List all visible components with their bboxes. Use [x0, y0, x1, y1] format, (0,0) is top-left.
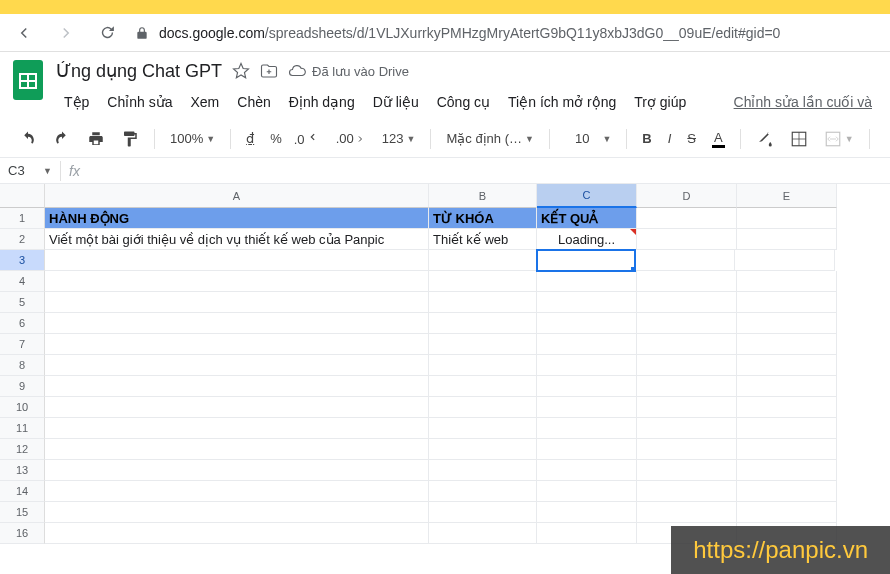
percent-button[interactable]: %: [265, 127, 287, 150]
cell[interactable]: [429, 292, 537, 313]
cell[interactable]: [737, 271, 837, 292]
cell[interactable]: [429, 250, 537, 271]
menu-file[interactable]: Tệp: [56, 90, 97, 114]
menu-help[interactable]: Trợ giúp: [626, 90, 694, 114]
cell[interactable]: TỪ KHÓA: [429, 208, 537, 229]
row-header[interactable]: 1: [0, 208, 45, 229]
cell[interactable]: [735, 250, 835, 271]
cell[interactable]: [737, 355, 837, 376]
cell[interactable]: [537, 481, 637, 502]
cell[interactable]: [537, 292, 637, 313]
menu-data[interactable]: Dữ liệu: [365, 90, 427, 114]
redo-button[interactable]: [48, 126, 76, 152]
currency-button[interactable]: ₫: [241, 127, 259, 150]
cell[interactable]: [45, 376, 429, 397]
bold-button[interactable]: B: [637, 127, 656, 150]
cell[interactable]: [635, 250, 735, 271]
row-header[interactable]: 2: [0, 229, 45, 250]
cell[interactable]: [637, 334, 737, 355]
spreadsheet-grid[interactable]: 1 2 3 4 5 6 7 8 9 10 11 12 13 14 15 16 A…: [0, 184, 890, 544]
row-header[interactable]: 5: [0, 292, 45, 313]
cell[interactable]: [637, 313, 737, 334]
cell[interactable]: [45, 313, 429, 334]
row-header[interactable]: 6: [0, 313, 45, 334]
increase-decimal-button[interactable]: .00: [331, 127, 371, 150]
zoom-select[interactable]: 100%▼: [165, 127, 220, 150]
cell[interactable]: [537, 313, 637, 334]
fill-handle[interactable]: [631, 267, 636, 272]
cell[interactable]: [637, 418, 737, 439]
last-edit-link[interactable]: Chỉnh sửa lần cuối và: [726, 90, 880, 114]
cell[interactable]: [637, 439, 737, 460]
cell[interactable]: [737, 502, 837, 523]
cell[interactable]: [45, 523, 429, 544]
strikethrough-button[interactable]: S: [682, 127, 701, 150]
cell[interactable]: [637, 481, 737, 502]
cell[interactable]: [429, 460, 537, 481]
cell[interactable]: [45, 460, 429, 481]
row-header[interactable]: 15: [0, 502, 45, 523]
cell[interactable]: Viết một bài giới thiệu về dịch vụ thiết…: [45, 229, 429, 250]
cell[interactable]: [429, 334, 537, 355]
paint-format-button[interactable]: [116, 126, 144, 152]
cell[interactable]: [537, 502, 637, 523]
cell[interactable]: [737, 397, 837, 418]
select-all-corner[interactable]: [0, 184, 45, 208]
star-icon[interactable]: [232, 62, 250, 80]
cell[interactable]: [429, 502, 537, 523]
cell[interactable]: [429, 523, 537, 544]
cell[interactable]: [429, 481, 537, 502]
cell[interactable]: [637, 460, 737, 481]
row-header[interactable]: 13: [0, 460, 45, 481]
cell[interactable]: [637, 502, 737, 523]
cell[interactable]: [537, 355, 637, 376]
merge-button[interactable]: ▼: [819, 126, 859, 152]
row-header[interactable]: 16: [0, 523, 45, 544]
reload-button[interactable]: [94, 20, 121, 45]
cell[interactable]: [45, 481, 429, 502]
cell[interactable]: [45, 502, 429, 523]
row-header[interactable]: 10: [0, 397, 45, 418]
col-header[interactable]: D: [637, 184, 737, 208]
cell[interactable]: [637, 208, 737, 229]
cell[interactable]: [537, 334, 637, 355]
cell[interactable]: [737, 439, 837, 460]
cell[interactable]: Thiết kế web: [429, 229, 537, 250]
font-size-select[interactable]: 10▼: [560, 127, 616, 150]
col-header[interactable]: A: [45, 184, 429, 208]
italic-button[interactable]: I: [663, 127, 677, 150]
cell[interactable]: [45, 334, 429, 355]
row-header[interactable]: 9: [0, 376, 45, 397]
decrease-decimal-button[interactable]: .0: [293, 126, 325, 151]
row-header[interactable]: 7: [0, 334, 45, 355]
sheets-logo[interactable]: [10, 60, 46, 108]
cell[interactable]: [737, 334, 837, 355]
back-button[interactable]: [10, 20, 38, 46]
cell[interactable]: [45, 397, 429, 418]
cell[interactable]: [429, 418, 537, 439]
cell[interactable]: [537, 397, 637, 418]
cell[interactable]: [737, 418, 837, 439]
col-header[interactable]: B: [429, 184, 537, 208]
cell[interactable]: [737, 292, 837, 313]
forward-button[interactable]: [52, 20, 80, 46]
col-header[interactable]: C: [537, 184, 637, 208]
row-header[interactable]: 12: [0, 439, 45, 460]
name-box[interactable]: C3▼: [0, 163, 60, 178]
menu-insert[interactable]: Chèn: [229, 90, 278, 114]
borders-button[interactable]: [785, 126, 813, 152]
text-color-button[interactable]: A: [707, 126, 730, 152]
print-button[interactable]: [82, 126, 110, 152]
cell[interactable]: [737, 313, 837, 334]
move-icon[interactable]: [260, 62, 278, 80]
cell[interactable]: [537, 460, 637, 481]
cell[interactable]: [537, 439, 637, 460]
cell[interactable]: [737, 460, 837, 481]
error-indicator[interactable]: [630, 229, 636, 235]
cell[interactable]: [537, 376, 637, 397]
cell[interactable]: [45, 439, 429, 460]
cell[interactable]: [45, 355, 429, 376]
cell[interactable]: [637, 271, 737, 292]
doc-title[interactable]: Ứng dụng Chat GPT: [56, 60, 222, 82]
cell[interactable]: [737, 376, 837, 397]
